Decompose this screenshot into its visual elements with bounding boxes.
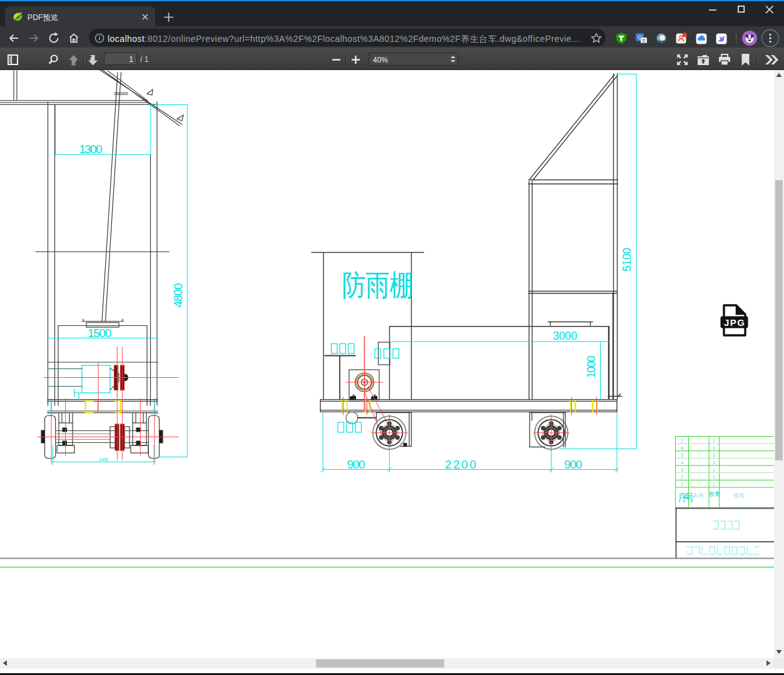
- svg-text:文: 文: [641, 38, 646, 44]
- svg-text:900: 900: [564, 458, 583, 471]
- svg-text:1000: 1000: [585, 356, 598, 378]
- svg-text:7: 7: [681, 438, 684, 444]
- svg-text:3: 3: [681, 467, 684, 473]
- svg-text:数量: 数量: [709, 491, 720, 497]
- svg-text:2200: 2200: [445, 458, 476, 471]
- svg-text:名称: 名称: [693, 492, 704, 499]
- svg-text:1: 1: [713, 452, 716, 458]
- svg-text:4: 4: [681, 460, 684, 465]
- svg-text:3000: 3000: [553, 330, 578, 342]
- svg-text:1: 1: [713, 438, 716, 444]
- svg-text:2: 2: [681, 474, 684, 480]
- svg-text:1: 1: [713, 445, 716, 451]
- svg-text:1: 1: [713, 482, 716, 487]
- svg-text:JPG: JPG: [724, 317, 745, 328]
- svg-text:1: 1: [713, 474, 716, 480]
- svg-text:1500: 1500: [88, 327, 111, 340]
- svg-text:1: 1: [681, 482, 684, 487]
- svg-text:4800: 4800: [171, 283, 185, 308]
- svg-text:6: 6: [681, 445, 684, 451]
- svg-text:规格: 规格: [733, 492, 745, 499]
- svg-text:防雨棚: 防雨棚: [342, 268, 414, 302]
- svg-text:1: 1: [713, 467, 716, 473]
- svg-text:1300: 1300: [79, 143, 103, 156]
- svg-text:900: 900: [347, 458, 365, 471]
- svg-text:5100: 5100: [621, 248, 633, 272]
- svg-text:1435: 1435: [99, 457, 108, 462]
- svg-text:5: 5: [681, 452, 684, 458]
- svg-text:1: 1: [713, 460, 716, 465]
